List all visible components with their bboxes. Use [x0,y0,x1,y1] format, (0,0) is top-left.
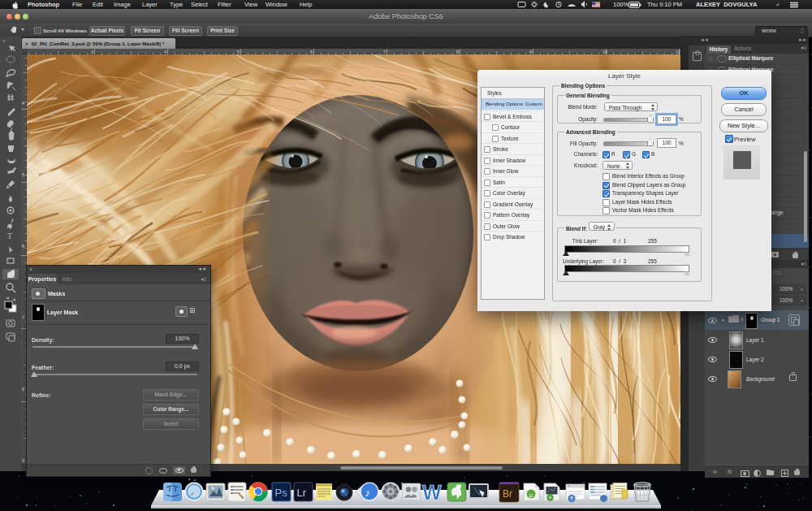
svg-text:9: 9 [529,50,532,54]
svg-text:11: 11 [676,50,680,54]
svg-text:5: 5 [237,50,240,54]
svg-text:6: 6 [310,50,313,54]
svg-text:Lr: Lr [297,487,307,499]
svg-text:4: 4 [164,50,166,54]
svg-text:5: 5 [22,172,24,177]
svg-text:10: 10 [603,50,607,54]
svg-text:♪: ♪ [365,487,371,499]
svg-text:»: » [2,38,6,44]
svg-text:9: 9 [22,458,24,463]
svg-text:6: 6 [22,244,24,249]
svg-text:7: 7 [383,50,386,54]
svg-text:T: T [7,232,12,240]
svg-text:3: 3 [91,50,93,54]
svg-text:7: 7 [22,315,24,320]
svg-text:8: 8 [22,387,24,392]
svg-text:W: W [422,481,442,504]
svg-text:Br: Br [503,488,512,500]
svg-text:µ: µ [529,492,533,499]
svg-text:Ps: Ps [275,487,288,499]
svg-text:4: 4 [22,101,24,106]
svg-text:8: 8 [456,50,459,54]
